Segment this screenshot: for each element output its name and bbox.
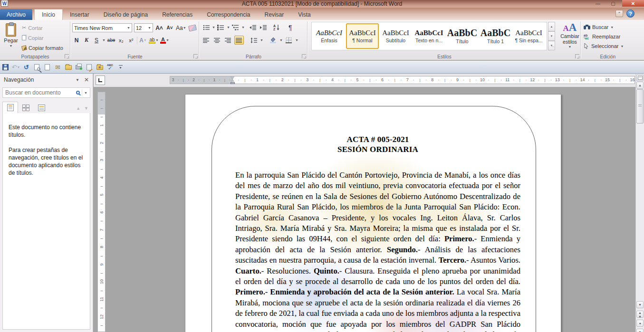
tab-diseno-de-pagina[interactable]: Diseño de página [96, 9, 155, 20]
gallery-scroll-down-icon[interactable]: ▼ [548, 31, 555, 41]
bullets-dropdown-icon[interactable]: ▼ [212, 26, 215, 29]
superscript-button[interactable]: x² [127, 36, 135, 45]
search-icon[interactable] [76, 91, 80, 95]
multilevel-dropdown-icon[interactable]: ▼ [241, 26, 245, 29]
undo-icon[interactable]: ↶▼ [11, 62, 21, 73]
scroll-down-icon[interactable]: ▼ [636, 301, 644, 308]
style-item[interactable]: AaBbCcI¶ Sin espa... [512, 23, 545, 49]
multilevel-list-icon[interactable] [231, 23, 240, 32]
scroll-up-icon[interactable]: ▲ [636, 82, 644, 89]
underline-dropdown-icon[interactable]: ▼ [102, 38, 106, 42]
borders-dropdown-icon[interactable]: ▼ [295, 38, 298, 42]
more-commands-icon[interactable]: ▼ [115, 62, 125, 73]
document-search-input[interactable]: Buscar en documento ▼ [2, 87, 90, 98]
increase-indent-icon[interactable] [259, 23, 269, 32]
style-item[interactable]: AaBbCcITexto en n... [413, 23, 445, 49]
change-styles-button[interactable]: AA Cambiar estilos ▼ [557, 22, 583, 52]
new-document-icon[interactable] [42, 62, 52, 73]
next-page-icon[interactable]: ▼ [636, 329, 644, 332]
maximize-button[interactable]: ▢ [607, 0, 619, 7]
hanging-indent-marker[interactable] [231, 79, 234, 82]
browse-pages-tab[interactable] [18, 102, 34, 114]
style-item[interactable]: AaBbCcI¶ Normal [346, 23, 379, 49]
bullets-icon[interactable] [202, 23, 211, 32]
numbering-icon[interactable] [216, 23, 226, 32]
quick-print-icon[interactable] [74, 62, 84, 73]
scrollbar-thumb[interactable] [636, 89, 644, 123]
tab-inicio[interactable]: Inicio [34, 9, 63, 20]
tab-stop-selector[interactable] [96, 76, 105, 85]
font-size-combo[interactable]: 12 ▼ [134, 23, 153, 32]
print-preview-icon[interactable] [32, 62, 42, 73]
paste-button[interactable]: Pegar ▼ [2, 22, 20, 56]
tab-vista[interactable]: Vista [291, 9, 317, 20]
replace-button[interactable]: abac Reemplazar [582, 32, 624, 41]
align-left-icon[interactable] [202, 36, 211, 45]
cut-button[interactable]: ✂ Cortar [21, 23, 65, 33]
align-right-icon[interactable] [223, 36, 233, 45]
save-icon[interactable] [0, 62, 10, 73]
sort-icon[interactable]: AZ [272, 23, 282, 32]
subscript-button[interactable]: x₂ [117, 36, 125, 45]
underline-button[interactable]: S [92, 36, 101, 45]
style-item[interactable]: AaBbCcISubtítulo [379, 23, 412, 49]
spelling-grammar-icon[interactable]: ABC✓ [105, 62, 115, 73]
copy-button[interactable]: Copiar [21, 33, 65, 43]
close-button[interactable]: ✕ [622, 0, 644, 7]
align-center-icon[interactable] [212, 36, 222, 45]
line-spacing-dropdown-icon[interactable]: ▼ [260, 38, 263, 42]
style-item[interactable]: AaBbCTítulo 1 [479, 23, 512, 49]
navigation-pane-close-icon[interactable]: ✕ [84, 76, 89, 83]
line-spacing-icon[interactable] [249, 36, 259, 45]
format-painter-button[interactable]: Copiar formato [21, 43, 65, 53]
browse-object-icon[interactable]: ● [636, 320, 644, 327]
edit-document-icon[interactable] [84, 62, 94, 73]
browse-headings-tab[interactable] [2, 102, 18, 114]
style-item[interactable]: AaBbCTítulo [446, 23, 479, 49]
bold-button[interactable]: N [72, 36, 81, 45]
shading-dropdown-icon[interactable]: ▼ [279, 38, 283, 42]
previous-page-icon[interactable]: ▲▲ [636, 311, 644, 318]
tab-revisar[interactable]: Revisar [258, 9, 291, 20]
strikethrough-button[interactable]: abe [107, 36, 115, 45]
italic-button[interactable]: K [82, 36, 91, 45]
minimize-button[interactable]: — [592, 0, 604, 7]
help-icon[interactable]: ? [626, 9, 634, 18]
tab-insertar[interactable]: Insertar [63, 9, 96, 20]
highlight-button[interactable]: ab▼ [149, 36, 159, 45]
shading-icon[interactable] [269, 36, 278, 45]
document-text[interactable]: ACTA # 005-2021 SESIÓN ORDINARIA En la p… [235, 134, 520, 332]
left-indent-marker[interactable] [231, 82, 235, 84]
tab-referencias[interactable]: Referencias [155, 9, 200, 20]
document-page[interactable]: ACTA # 005-2021 SESIÓN ORDINARIA En la p… [185, 94, 561, 332]
decrease-indent-icon[interactable] [249, 23, 258, 32]
search-options-icon[interactable]: ▼ [84, 91, 87, 95]
grow-font-button[interactable]: A˄ [155, 23, 163, 32]
folder-special-icon[interactable]: ✳ [95, 62, 105, 73]
text-effects-button[interactable]: A▼ [139, 36, 147, 45]
minimize-ribbon-icon[interactable]: ⌃ [615, 10, 623, 17]
tab-archivo[interactable]: Archivo [0, 9, 32, 20]
style-item[interactable]: AaBbCcIÉnfasis [313, 23, 346, 49]
clear-formatting-button[interactable] [188, 23, 197, 32]
previous-heading-icon[interactable]: ▲ [76, 106, 80, 111]
tab-correspondencia[interactable]: Correspondencia [200, 9, 257, 20]
pilcrow-icon[interactable]: ¶ [286, 23, 295, 32]
browse-results-tab[interactable] [34, 102, 49, 114]
next-heading-icon[interactable]: ▼ [84, 106, 88, 111]
font-color-button[interactable]: A▼ [160, 36, 169, 45]
find-button[interactable]: Buscar▼ [582, 22, 624, 32]
select-button[interactable]: Seleccionar▼ [582, 41, 624, 51]
ruler-toggle-icon[interactable] [636, 74, 644, 81]
gallery-scroll-up-icon[interactable]: ▲ [548, 22, 555, 31]
gallery-more-icon[interactable]: ▼̲ [548, 41, 555, 50]
justify-icon[interactable] [234, 36, 244, 45]
document-body-text[interactable]: En la parroquia San Plácido del Cantón P… [235, 170, 520, 332]
change-case-button[interactable]: Aa▼ [176, 23, 186, 32]
open-folder-icon[interactable] [63, 62, 73, 73]
shrink-font-button[interactable]: A˅ [165, 23, 174, 32]
redo-icon[interactable]: ↺ [21, 62, 31, 73]
borders-icon[interactable] [284, 36, 294, 45]
mail-attachment-icon[interactable]: ✉ [53, 62, 63, 73]
navigation-pane-menu-icon[interactable]: ▼ [76, 78, 79, 82]
